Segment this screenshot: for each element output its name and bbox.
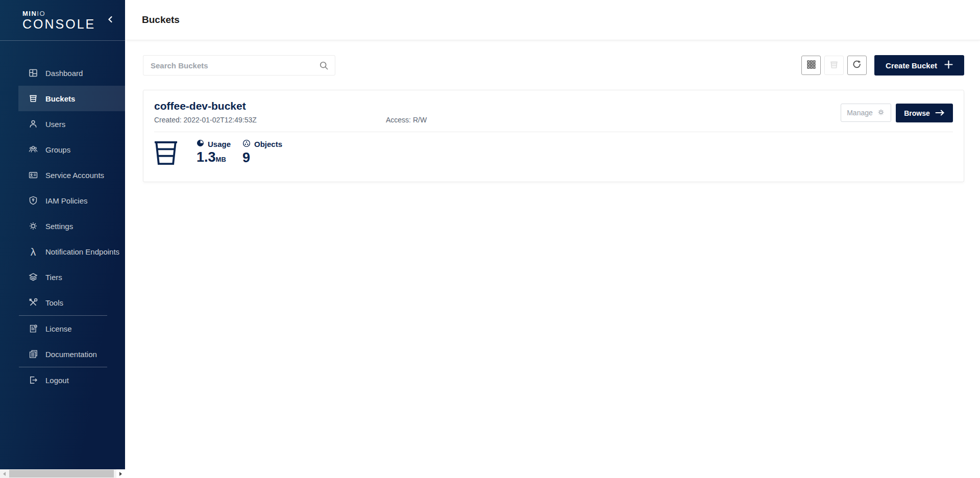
grid-view-icon xyxy=(806,60,816,71)
sidebar-item-label: License xyxy=(45,324,72,333)
logo-block: MINIO CONSOLE xyxy=(0,0,125,41)
license-icon xyxy=(28,323,39,334)
grid-view-button[interactable] xyxy=(801,56,821,75)
search-box xyxy=(143,55,335,76)
sidebar-item-label: Tiers xyxy=(45,273,62,282)
shield-icon xyxy=(28,195,39,206)
chevron-left-icon xyxy=(107,15,114,25)
gear-icon xyxy=(28,221,39,231)
triangle-left-icon xyxy=(3,472,6,476)
bucket-created: Created: 2022-01-02T12:49:53Z xyxy=(154,116,386,124)
bucket-card: coffee-dev-bucket Created: 2022-01-02T12… xyxy=(143,90,964,182)
objects-icon xyxy=(242,139,251,149)
bucket-metrics: Usage 1.3MB Objects 9 xyxy=(154,139,953,168)
book-icon xyxy=(28,349,39,359)
buckets-content: Create Bucket coffee-dev-bucket Created:… xyxy=(125,40,980,182)
sidebar-item-documentation[interactable]: Documentation xyxy=(18,341,125,367)
objects-label: Objects xyxy=(254,140,282,148)
browse-button[interactable]: Browse xyxy=(896,104,953,122)
gear-icon xyxy=(877,108,885,118)
dashboard-icon xyxy=(28,68,39,78)
create-bucket-label: Create Bucket xyxy=(886,61,937,70)
lambda-icon: λ xyxy=(28,246,39,257)
sidebar-item-logout[interactable]: Logout xyxy=(18,367,125,393)
sidebar-item-label: Tools xyxy=(45,298,63,307)
bucket-card-buttons: Manage Browse xyxy=(841,104,953,122)
main-area: Buckets xyxy=(125,0,980,478)
sidebar-item-buckets[interactable]: Buckets xyxy=(18,86,125,111)
usage-metric: Usage 1.3MB xyxy=(197,139,242,164)
sidebar-item-label: Groups xyxy=(45,145,70,154)
sidebar: MINIO CONSOLE Dashboard Buckets Users xyxy=(0,0,125,478)
objects-metric: Objects 9 xyxy=(242,139,288,165)
bucket-card-head: coffee-dev-bucket Created: 2022-01-02T12… xyxy=(154,100,953,124)
logo-brand-bold: MIN xyxy=(22,10,37,17)
logout-icon xyxy=(28,375,39,385)
sidebar-item-tools[interactable]: Tools xyxy=(18,290,125,315)
usage-label: Usage xyxy=(208,140,231,148)
browse-label: Browse xyxy=(904,109,930,117)
usage-value: 1.3 xyxy=(197,149,216,165)
sidebar-item-label: Service Accounts xyxy=(45,171,104,180)
sidebar-item-label: IAM Policies xyxy=(45,196,88,205)
scrollbar-thumb[interactable] xyxy=(9,470,114,477)
search-input[interactable] xyxy=(151,61,319,70)
sidebar-item-label: Documentation xyxy=(45,350,97,359)
groups-icon xyxy=(28,144,39,155)
bucket-name[interactable]: coffee-dev-bucket xyxy=(154,100,427,112)
actions-row: Create Bucket xyxy=(143,55,964,76)
create-bucket-button[interactable]: Create Bucket xyxy=(874,55,964,76)
user-icon xyxy=(28,119,39,129)
sidebar-collapse-button[interactable] xyxy=(105,13,116,27)
sidebar-item-label: Notification Endpoints xyxy=(45,247,119,256)
bucket-icon xyxy=(154,139,178,168)
sidebar-item-tiers[interactable]: Tiers xyxy=(18,264,125,290)
bucket-icon xyxy=(28,93,39,104)
search-icon xyxy=(319,61,329,70)
arrow-right-icon xyxy=(935,109,945,117)
sidebar-item-users[interactable]: Users xyxy=(18,111,125,137)
logo-product: CONSOLE xyxy=(22,18,95,31)
sidebar-item-label: Settings xyxy=(45,222,73,231)
sidebar-item-groups[interactable]: Groups xyxy=(18,137,125,162)
logo-brand-light: IO xyxy=(37,10,45,17)
manage-button[interactable]: Manage xyxy=(841,104,891,122)
minio-console-app: MINIO CONSOLE Dashboard Buckets Users xyxy=(0,0,980,478)
id-card-icon xyxy=(28,170,39,180)
bucket-info: coffee-dev-bucket Created: 2022-01-02T12… xyxy=(154,100,427,124)
sidebar-item-label: Dashboard xyxy=(45,69,83,78)
tools-icon xyxy=(28,297,39,308)
page-header: Buckets xyxy=(125,0,980,40)
sidebar-item-dashboard[interactable]: Dashboard xyxy=(18,60,125,86)
usage-pie-icon xyxy=(197,139,204,148)
sidebar-item-label: Users xyxy=(45,120,65,129)
objects-value: 9 xyxy=(242,151,288,165)
view-actions: Create Bucket xyxy=(801,55,964,76)
scrollbar-right-arrow[interactable] xyxy=(116,469,125,478)
sidebar-horizontal-scrollbar xyxy=(0,469,125,478)
sidebar-item-license[interactable]: License xyxy=(18,316,125,341)
manage-label: Manage xyxy=(847,109,873,117)
triangle-right-icon xyxy=(119,472,122,476)
sidebar-item-service-accounts[interactable]: Service Accounts xyxy=(18,162,125,188)
page-title: Buckets xyxy=(142,14,180,26)
plus-icon xyxy=(944,60,953,70)
bucket-meta-row: Created: 2022-01-02T12:49:53Z Access: R/… xyxy=(154,116,427,124)
list-view-button[interactable] xyxy=(824,56,844,75)
minio-console-logo: MINIO CONSOLE xyxy=(22,10,95,31)
scrollbar-left-arrow[interactable] xyxy=(0,469,9,478)
sidebar-item-label: Logout xyxy=(45,376,69,385)
usage-unit: MB xyxy=(216,156,226,163)
sidebar-item-label: Buckets xyxy=(45,94,75,103)
bucket-access: Access: R/W xyxy=(386,116,427,124)
sidebar-nav: Dashboard Buckets Users Groups Service A… xyxy=(0,41,125,393)
refresh-button[interactable] xyxy=(847,56,867,75)
list-view-icon xyxy=(829,60,839,71)
sidebar-item-iam-policies[interactable]: IAM Policies xyxy=(18,188,125,213)
sidebar-item-notification-endpoints[interactable]: λ Notification Endpoints xyxy=(18,239,125,264)
bucket-card-divider xyxy=(154,132,953,132)
sidebar-item-settings[interactable]: Settings xyxy=(18,213,125,239)
refresh-icon xyxy=(852,60,862,71)
layers-icon xyxy=(28,272,39,282)
